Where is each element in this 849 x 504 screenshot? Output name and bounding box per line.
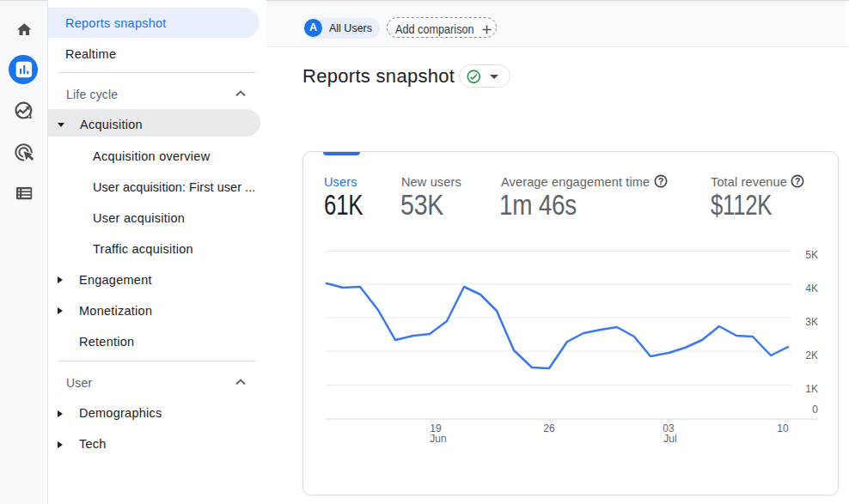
svg-text:2K: 2K xyxy=(805,349,818,361)
svg-text:0: 0 xyxy=(812,404,818,416)
svg-text:Jun: Jun xyxy=(430,433,446,445)
svg-text:4K: 4K xyxy=(805,282,818,295)
svg-text:3K: 3K xyxy=(805,316,818,328)
svg-text:26: 26 xyxy=(543,422,555,434)
svg-text:5K: 5K xyxy=(805,249,818,261)
svg-text:10: 10 xyxy=(777,422,789,434)
svg-text:1K: 1K xyxy=(805,383,818,395)
svg-text:Jul: Jul xyxy=(663,433,676,445)
